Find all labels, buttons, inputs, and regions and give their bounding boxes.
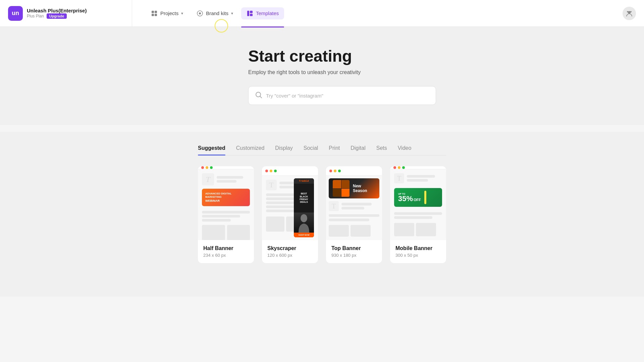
img-cell-4 — [341, 189, 350, 197]
sky-line-5 — [266, 201, 295, 204]
mobile-banner-body: T UP TO — [390, 169, 446, 240]
skyscraper-ad: freebid BESTBLACK FRIDAYDEALS — [294, 178, 314, 237]
header-actions — [623, 7, 636, 20]
template-size-half-banner: 234 x 60 px — [203, 253, 249, 258]
template-size-skyscraper: 120 x 600 px — [267, 253, 313, 258]
tab-suggested[interactable]: Suggested — [198, 145, 225, 155]
svg-point-5 — [199, 12, 201, 14]
plan-area: Plus Plan Upgrade — [27, 13, 87, 19]
brand-kits-chevron: ▾ — [231, 11, 233, 16]
projects-icon — [151, 10, 158, 17]
header: un Unleash Plus(Enterprise) Plus Plan Up… — [0, 0, 644, 27]
tab-display[interactable]: Display — [275, 145, 292, 155]
category-tabs: Suggested Customized Display Social Prin… — [198, 145, 446, 156]
top-line-3 — [329, 214, 379, 217]
placeholder-t-mob: T — [394, 173, 404, 183]
search-input[interactable] — [266, 93, 429, 99]
dot-green-3 — [338, 170, 341, 172]
top-banner-ad: NewSeason — [329, 178, 379, 198]
placeholder-image-2 — [227, 225, 250, 240]
skyscraper-headline: BESTBLACK FRIDAYDEALS — [296, 192, 312, 204]
skyscraper-preview: T — [262, 166, 318, 240]
svg-point-9 — [628, 11, 631, 14]
template-size-mobile-banner: 300 x 50 px — [395, 253, 441, 258]
brand-kits-icon — [197, 10, 203, 17]
svg-point-10 — [630, 11, 632, 12]
template-name-mobile-banner: Mobile Banner — [395, 245, 441, 251]
top-banner-image — [333, 180, 350, 197]
skyscraper-ad-content: BESTBLACK FRIDAYDEALS — [294, 184, 314, 213]
tab-customized[interactable]: Customized — [236, 145, 264, 155]
search-bar[interactable] — [248, 86, 436, 105]
template-card-mobile-banner[interactable]: T UP TO — [390, 166, 446, 263]
img-cell-3 — [333, 189, 341, 197]
mob-img-2 — [416, 223, 436, 236]
svg-rect-1 — [155, 11, 157, 13]
top-img-1 — [329, 225, 349, 237]
upgrade-button[interactable]: Upgrade — [47, 13, 67, 19]
skyscraper-image — [294, 213, 314, 233]
mobile-banner-ad: UP TO 35% OFF — [394, 188, 442, 207]
placeholder-line-5 — [202, 219, 231, 222]
placeholder-line-4 — [202, 215, 240, 218]
template-card-half-banner[interactable]: T ADVANCED DIGITALMARKETINGWEBINAR — [198, 166, 254, 263]
template-card-skyscraper[interactable]: T — [262, 166, 318, 263]
top-line-4 — [329, 219, 369, 221]
skyscraper-logo: freebid — [299, 180, 309, 182]
dot-red — [201, 166, 204, 169]
dot-green-4 — [402, 166, 405, 169]
tab-sets[interactable]: Sets — [376, 145, 387, 155]
tab-social[interactable]: Social — [304, 145, 318, 155]
mob-line-1 — [407, 175, 435, 178]
top-line-1 — [341, 203, 372, 205]
top-line-2 — [341, 207, 364, 209]
mobile-banner-text-area: UP TO 35% OFF — [398, 193, 421, 202]
template-name-half-banner: Half Banner — [203, 245, 249, 251]
tab-video[interactable]: Video — [398, 145, 412, 155]
templates-section: Suggested Customized Display Social Prin… — [0, 132, 644, 297]
placeholder-t-top: T — [329, 201, 339, 211]
plan-label: Plus Plan — [27, 14, 44, 18]
nav-projects[interactable]: Projects ▾ — [146, 7, 189, 19]
placeholder-line-1 — [217, 176, 243, 179]
img-cell-1 — [333, 180, 341, 188]
dot-green-2 — [274, 170, 277, 172]
mobile-banner-preview: T UP TO — [390, 166, 446, 240]
banner-ad-text: ADVANCED DIGITALMARKETINGWEBINAR — [205, 192, 247, 203]
nav-brand-kits[interactable]: Brand kits ▾ — [191, 7, 238, 19]
browser-chrome-2 — [262, 166, 318, 176]
hero-section: Start creating Employ the right tools to… — [0, 27, 644, 125]
app-logo: un — [8, 6, 23, 21]
top-banner-text: NewSeason — [353, 184, 367, 193]
tab-digital[interactable]: Digital — [351, 145, 365, 155]
mob-line-4 — [394, 216, 432, 219]
hero-subtitle: Employ the right tools to unleash your c… — [248, 69, 396, 75]
user-avatar-button[interactable] — [623, 7, 636, 20]
placeholder-line-2 — [217, 180, 236, 183]
svg-line-13 — [260, 96, 262, 98]
templates-icon — [247, 10, 253, 17]
preview-body: T ADVANCED DIGITALMARKETINGWEBINAR — [198, 169, 254, 240]
template-card-top-banner[interactable]: NewSeason T — [326, 166, 382, 263]
svg-rect-6 — [247, 11, 249, 16]
mobile-pct: 35% — [398, 195, 413, 202]
tab-print[interactable]: Print — [329, 145, 340, 155]
hero-title: Start creating — [248, 47, 396, 65]
half-banner-ad: ADVANCED DIGITALMARKETINGWEBINAR — [202, 189, 250, 206]
dot-yellow-3 — [334, 170, 336, 172]
dot-green — [210, 166, 213, 169]
dot-red-3 — [329, 170, 332, 172]
templates-label: Templates — [256, 10, 279, 16]
top-img-2 — [351, 225, 371, 237]
svg-point-14 — [301, 214, 307, 222]
browser-chrome-4 — [390, 166, 446, 169]
template-info-top-banner: Top Banner 930 x 180 px — [326, 240, 382, 263]
brand-kits-label: Brand kits — [206, 10, 228, 16]
sky-img-1 — [266, 217, 284, 232]
nav-templates[interactable]: Templates — [241, 7, 284, 19]
dot-yellow-4 — [398, 166, 400, 169]
templates-container: Suggested Customized Display Social Prin… — [184, 132, 460, 277]
svg-point-11 — [627, 11, 628, 12]
search-icon — [255, 92, 262, 100]
top-banner-text-area: T — [329, 201, 379, 237]
